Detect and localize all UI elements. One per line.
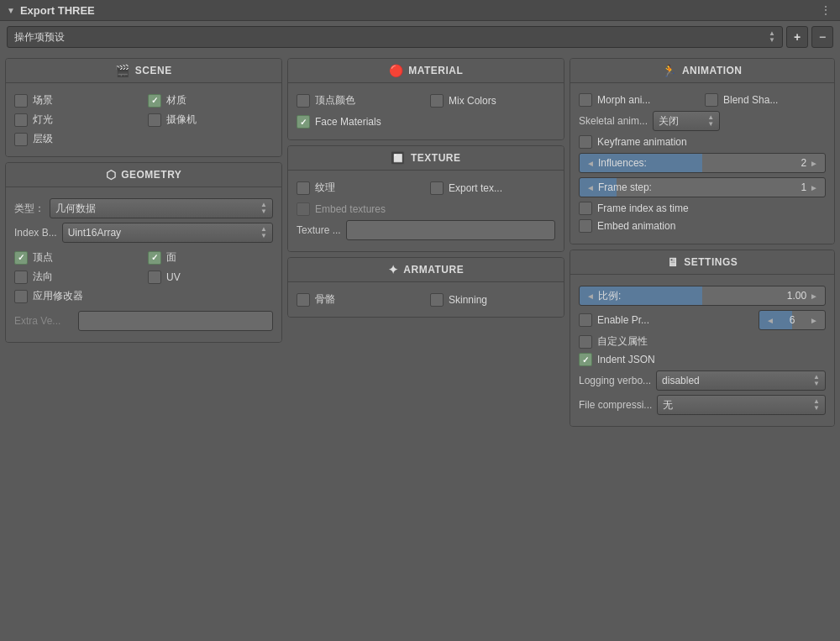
- scene-item-light[interactable]: 灯光: [14, 113, 139, 127]
- texture-path-input[interactable]: [346, 220, 555, 240]
- arm-cb-bone[interactable]: [297, 293, 310, 307]
- extra-input[interactable]: [78, 311, 273, 331]
- settings-item-indent[interactable]: Indent JSON: [579, 353, 826, 366]
- panel-options-icon[interactable]: ⋮: [820, 3, 833, 17]
- arm-label-skinning: Skinning: [449, 294, 487, 306]
- anim-item-keyframe[interactable]: Keyframe animation: [579, 135, 826, 149]
- scene-title: SCENE: [135, 65, 172, 76]
- frame-step-slider[interactable]: ◄ Frame step: 1 ►: [579, 177, 826, 197]
- type-arrows: ▲▼: [260, 202, 267, 215]
- mat-cb-mix-colors[interactable]: [430, 94, 444, 108]
- scene-cb-light[interactable]: [14, 113, 28, 127]
- anim-cb-embed[interactable]: [579, 219, 592, 233]
- animation-title: ANIMATION: [682, 65, 743, 76]
- geo-cb-vertex[interactable]: [14, 251, 28, 265]
- mat-item-vertex-color[interactable]: 顶点颜色: [297, 93, 422, 108]
- settings-cb-indent[interactable]: [579, 353, 592, 366]
- scene-label-camera: 摄像机: [166, 113, 197, 127]
- geo-cb-normal[interactable]: [14, 271, 28, 284]
- scene-item-hierarchy[interactable]: 层级: [14, 132, 139, 146]
- animation-panel-header: 🏃 ANIMATION: [570, 59, 834, 83]
- animation-panel: 🏃 ANIMATION Morph ani... Blend Sha...: [570, 58, 835, 244]
- geo-cb-face[interactable]: [148, 251, 161, 265]
- geometry-panel-body: 类型： 几何数据 ▲▼ Index B... Uint16Array ▲▼: [6, 187, 281, 342]
- index-select[interactable]: Uint16Array ▲▼: [62, 223, 273, 243]
- settings-label-indent: Indent JSON: [597, 354, 655, 365]
- scene-item-material[interactable]: 材质: [148, 93, 273, 108]
- settings-panel-header: 🖥 SETTINGS: [570, 250, 834, 275]
- scene-cb-camera[interactable]: [148, 113, 161, 127]
- scale-right-arrow: ►: [810, 292, 818, 301]
- scene-item-scene[interactable]: 场景: [14, 93, 139, 108]
- preset-arrows: ▲▼: [769, 30, 775, 44]
- tex-item-texture[interactable]: 纹理: [297, 181, 422, 195]
- material-checkboxes: 顶点颜色 Mix Colors: [297, 90, 555, 111]
- tex-item-export[interactable]: Export tex...: [430, 181, 555, 195]
- scene-cb-material[interactable]: [148, 94, 161, 108]
- armature-panel: ✦ ARMATURE 骨骼 Skinning: [287, 257, 564, 318]
- arm-item-skinning[interactable]: Skinning: [430, 292, 555, 307]
- compression-select[interactable]: 无 ▲▼: [657, 395, 826, 415]
- arm-label-bone: 骨骼: [315, 292, 335, 307]
- scale-slider[interactable]: ◄ 比例: 1.00 ►: [579, 286, 826, 306]
- mat-cb-vertex-color[interactable]: [297, 94, 310, 108]
- scene-cb-hierarchy[interactable]: [14, 133, 28, 146]
- arm-cb-skinning[interactable]: [430, 293, 444, 307]
- mat-label-mix-colors: Mix Colors: [449, 95, 496, 107]
- settings-label-enable: Enable Pr...: [597, 314, 649, 326]
- geo-item-modifier[interactable]: 应用修改器: [14, 289, 273, 303]
- geo-item-uv[interactable]: UV: [148, 270, 273, 284]
- settings-cb-enable[interactable]: [579, 313, 592, 327]
- anim-item-blend[interactable]: Blend Sha...: [705, 93, 826, 107]
- texture-path-label: Texture ...: [297, 224, 341, 236]
- geo-item-normal[interactable]: 法向: [14, 270, 139, 284]
- logging-arrows: ▲▼: [813, 374, 820, 387]
- geo-cb-uv[interactable]: [148, 271, 161, 284]
- type-select[interactable]: 几何数据 ▲▼: [50, 198, 273, 218]
- anim-label-embed: Embed animation: [597, 220, 675, 232]
- settings-cb-custom-attr[interactable]: [579, 335, 592, 349]
- preset-select[interactable]: 操作项预设 ▲▼: [7, 26, 783, 48]
- anim-item-frame-index[interactable]: Frame index as time: [579, 202, 826, 215]
- logging-label: Logging verbo...: [579, 375, 651, 386]
- anim-cb-blend[interactable]: [705, 93, 718, 107]
- enable-right-arrow: ►: [810, 316, 818, 325]
- add-preset-button[interactable]: +: [786, 26, 808, 48]
- anim-label-keyframe: Keyframe animation: [597, 136, 687, 148]
- geo-item-vertex[interactable]: 顶点: [14, 250, 139, 265]
- influences-label: Influences:: [598, 157, 647, 169]
- settings-item-enable[interactable]: Enable Pr...: [579, 313, 753, 327]
- influences-right-arrow: ►: [810, 159, 818, 168]
- arm-item-bone[interactable]: 骨骼: [297, 292, 422, 307]
- enable-pr-slider[interactable]: ◄ 6 ►: [759, 310, 826, 330]
- geo-item-face[interactable]: 面: [148, 250, 273, 265]
- logging-select[interactable]: disabled ▲▼: [656, 370, 826, 391]
- tex-cb-export[interactable]: [430, 181, 444, 195]
- geo-label-normal: 法向: [33, 270, 53, 284]
- scene-cb-scene[interactable]: [14, 94, 28, 108]
- anim-item-morph[interactable]: Morph ani...: [579, 93, 700, 107]
- settings-item-custom-attr[interactable]: 自定义属性: [579, 334, 826, 349]
- skeletal-select[interactable]: 关闭 ▲▼: [653, 111, 720, 131]
- material-panel-header: 🔴 MATERIAL: [288, 59, 564, 83]
- anim-item-embed[interactable]: Embed animation: [579, 219, 826, 233]
- anim-cb-morph[interactable]: [579, 93, 592, 107]
- scene-checkboxes: 场景 材质 灯光 摄像机: [14, 90, 273, 150]
- anim-cb-keyframe[interactable]: [579, 135, 592, 149]
- scene-item-camera[interactable]: 摄像机: [148, 113, 273, 127]
- collapse-triangle[interactable]: ▼: [7, 6, 15, 15]
- remove-preset-button[interactable]: −: [811, 26, 833, 48]
- tex-cb-texture[interactable]: [297, 181, 310, 195]
- material-panel-body: 顶点颜色 Mix Colors Face Materials: [288, 83, 564, 139]
- influences-slider[interactable]: ◄ Influences: 2 ►: [579, 153, 826, 173]
- anim-cb-frame-index[interactable]: [579, 202, 592, 215]
- animation-panel-body: Morph ani... Blend Sha... Skeletal anim.…: [570, 83, 834, 244]
- mat-item-face-materials[interactable]: Face Materials: [297, 115, 555, 129]
- frame-step-right-arrow: ►: [810, 183, 818, 192]
- geo-cb-modifier[interactable]: [14, 290, 28, 303]
- texture-panel-header: 🔲 TEXTURE: [288, 146, 564, 171]
- right-column: 🏃 ANIMATION Morph ani... Blend Sha...: [570, 58, 835, 427]
- mat-cb-face-materials[interactable]: [297, 115, 310, 129]
- geometry-panel: ⬡ GEOMETRY 类型： 几何数据 ▲▼ Index B... Uint16…: [5, 162, 282, 343]
- mat-item-mix-colors[interactable]: Mix Colors: [430, 93, 555, 108]
